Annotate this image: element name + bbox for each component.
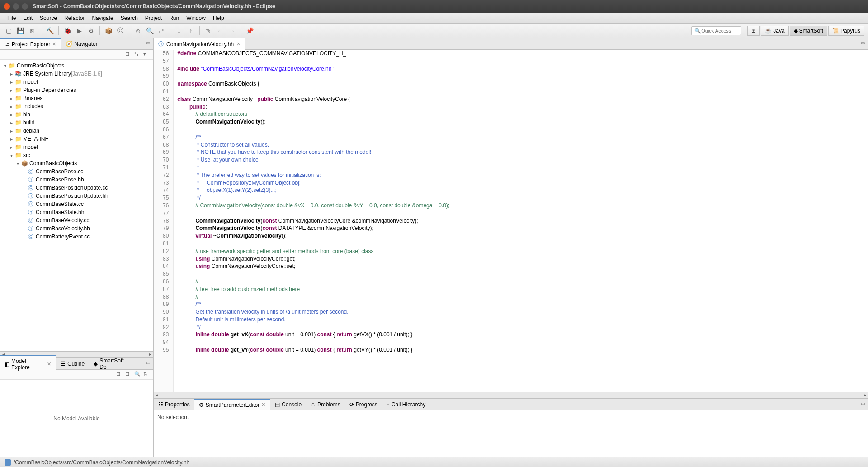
open-perspective-button[interactable]: ⊞ <box>747 26 760 36</box>
editor-horizontal-scrollbar[interactable]: ◂ ▸ <box>154 392 868 398</box>
minimize-view-button[interactable]: — <box>851 401 858 408</box>
tree-folder-binaries[interactable]: ▸📁Binaries <box>2 94 151 102</box>
tree-folder-plug-in-dependencies[interactable]: ▸📁Plug-in Dependencies <box>2 86 151 94</box>
collapse-all-button[interactable]: ⊟ <box>125 51 132 58</box>
tool-button[interactable]: 🔍 <box>134 371 142 378</box>
perspective-java[interactable]: ☕Java <box>761 26 788 36</box>
tree-file[interactable]: ⓗCommBaseVelocity.hh <box>2 224 151 233</box>
expand-icon[interactable]: ▸ <box>8 145 14 150</box>
toggle-button[interactable]: ⇄ <box>156 26 166 36</box>
tree-file[interactable]: ⓗCommBaseState.hh <box>2 208 151 216</box>
window-maximize-button[interactable] <box>22 3 28 10</box>
tree-folder-build[interactable]: ▸📁build <box>2 119 151 127</box>
menu-source[interactable]: Source <box>36 15 61 21</box>
tree-src-pkg[interactable]: ▾ 📦 CommBasicObjects <box>2 159 151 167</box>
tree-file[interactable]: ⓒCommBaseVelocity.cc <box>2 216 151 224</box>
menu-help[interactable]: Help <box>209 15 228 21</box>
window-close-button[interactable] <box>4 3 10 10</box>
tab-progress[interactable]: ⟳ Progress <box>345 400 382 410</box>
quick-access-box[interactable]: 🔍 <box>691 26 741 35</box>
tree-file[interactable]: ⓗCommBasePose.hh <box>2 176 151 184</box>
project-tree[interactable]: ▾ 📁 CommBasicObjects ▸ 📚 JRE System Libr… <box>0 60 153 351</box>
tree-file[interactable]: ⓒCommBatteryEvent.cc <box>2 233 151 241</box>
perspective-smartsoft[interactable]: ◆SmartSoft <box>790 26 827 36</box>
expand-icon[interactable]: ▸ <box>8 88 14 93</box>
minimize-view-button[interactable]: — <box>136 40 143 48</box>
tab-call-hierarchy[interactable]: ⑂ Call Hierarchy <box>382 400 430 410</box>
tree-file[interactable]: ⓒCommBaseState.cc <box>2 200 151 208</box>
open-type-button[interactable]: ⎋ <box>133 26 143 36</box>
tree-project-root[interactable]: ▾ 📁 CommBasicObjects <box>2 62 151 70</box>
expand-icon[interactable]: ▾ <box>8 153 14 158</box>
expand-icon[interactable]: ▸ <box>8 80 14 85</box>
tab-smart-parameter-editor[interactable]: ⚙ SmartParameterEditor ✕ <box>194 399 270 410</box>
menu-navigate[interactable]: Navigate <box>88 15 117 21</box>
maximize-view-button[interactable]: ▭ <box>859 401 866 408</box>
minimize-editor-button[interactable]: — <box>851 40 858 48</box>
new-button[interactable]: ▢ <box>4 26 14 36</box>
expand-icon[interactable]: ▸ <box>8 112 14 117</box>
menu-refactor[interactable]: Refactor <box>61 15 88 21</box>
tree-folder-meta-inf[interactable]: ▸📁META-INF <box>2 135 151 143</box>
prev-annotation-button[interactable]: ↑ <box>186 26 196 36</box>
build-button[interactable]: 🔨 <box>45 26 55 36</box>
collapse-icon[interactable]: ▾ <box>14 161 21 166</box>
last-edit-button[interactable]: ✎ <box>203 26 213 36</box>
maximize-view-button[interactable]: ▭ <box>144 360 151 367</box>
expand-icon[interactable]: ▸ <box>8 96 14 101</box>
close-icon[interactable]: ✕ <box>52 41 56 47</box>
tree-folder-model[interactable]: ▸📁model <box>2 78 151 86</box>
minimize-view-button[interactable]: — <box>136 360 143 367</box>
tab-properties[interactable]: ☷ Properties <box>154 400 194 410</box>
menu-run[interactable]: Run <box>165 15 183 21</box>
save-all-button[interactable]: ⎘ <box>27 26 37 36</box>
scroll-left-icon[interactable]: ◂ <box>154 392 160 399</box>
quick-access-input[interactable] <box>701 28 737 33</box>
tab-project-explorer[interactable]: 🗂 Project Explorer ✕ <box>0 38 61 49</box>
menu-project[interactable]: Project <box>142 15 165 21</box>
tree-folder-bin[interactable]: ▸📁bin <box>2 110 151 119</box>
menu-window[interactable]: Window <box>183 15 209 21</box>
expand-icon[interactable]: ▸ <box>8 137 14 142</box>
search-button[interactable]: 🔍 <box>145 26 155 36</box>
tab-console[interactable]: ▤ Console <box>270 400 306 410</box>
scroll-right-icon[interactable]: ▸ <box>862 392 868 399</box>
expand-icon[interactable]: ▸ <box>8 120 14 125</box>
tool-button[interactable]: ⊞ <box>116 371 123 378</box>
maximize-view-button[interactable]: ▭ <box>144 40 151 48</box>
code-content[interactable]: #define COMMBASICOBJECTS_COMMNAVIGATIONV… <box>174 50 868 392</box>
tree-folder-includes[interactable]: ▸📁Includes <box>2 102 151 110</box>
close-icon[interactable]: ✕ <box>261 402 265 408</box>
tool-button[interactable]: ⇅ <box>143 371 151 378</box>
external-tools-button[interactable]: ⚙ <box>86 26 96 36</box>
scroll-right-icon[interactable]: ▸ <box>147 352 153 358</box>
tree-folder-debian[interactable]: ▸📁debian <box>2 127 151 135</box>
close-icon[interactable]: ✕ <box>236 41 241 47</box>
new-package-button[interactable]: 📦 <box>104 26 113 36</box>
tree-folder-model[interactable]: ▸📁model <box>2 143 151 151</box>
collapse-icon[interactable]: ▾ <box>2 63 8 68</box>
tree-file[interactable]: ⓗCommBasePositionUpdate.hh <box>2 192 151 200</box>
code-editor[interactable]: 5657585960616263646566676869707172737475… <box>154 50 868 392</box>
run-button[interactable]: ▶ <box>74 26 84 36</box>
menu-search[interactable]: Search <box>117 15 142 21</box>
debug-button[interactable]: 🐞 <box>62 26 72 36</box>
new-class-button[interactable]: Ⓒ <box>115 26 125 36</box>
forward-button[interactable]: → <box>227 26 237 36</box>
close-icon[interactable]: ✕ <box>47 361 51 367</box>
menu-file[interactable]: File <box>4 15 19 21</box>
back-button[interactable]: ← <box>215 26 225 36</box>
tree-jre[interactable]: ▸ 📚 JRE System Library [JavaSE-1.6] <box>2 70 151 78</box>
tree-folder-src[interactable]: ▾📁src <box>2 151 151 159</box>
tree-file[interactable]: ⓒCommBasePositionUpdate.cc <box>2 184 151 192</box>
link-editor-button[interactable]: ⇆ <box>134 51 142 58</box>
maximize-editor-button[interactable]: ▭ <box>859 40 866 48</box>
editor-tab[interactable]: ⓗ CommNavigationVelocity.hh ✕ <box>154 38 245 50</box>
tool-button[interactable]: ⊟ <box>125 371 132 378</box>
expand-icon[interactable]: ▸ <box>8 129 14 133</box>
pin-button[interactable]: 📌 <box>245 26 255 36</box>
window-minimize-button[interactable] <box>13 3 19 10</box>
view-menu-button[interactable]: ▾ <box>143 51 151 58</box>
tab-navigator[interactable]: 🧭 Navigator <box>61 39 102 49</box>
next-annotation-button[interactable]: ↓ <box>174 26 184 36</box>
